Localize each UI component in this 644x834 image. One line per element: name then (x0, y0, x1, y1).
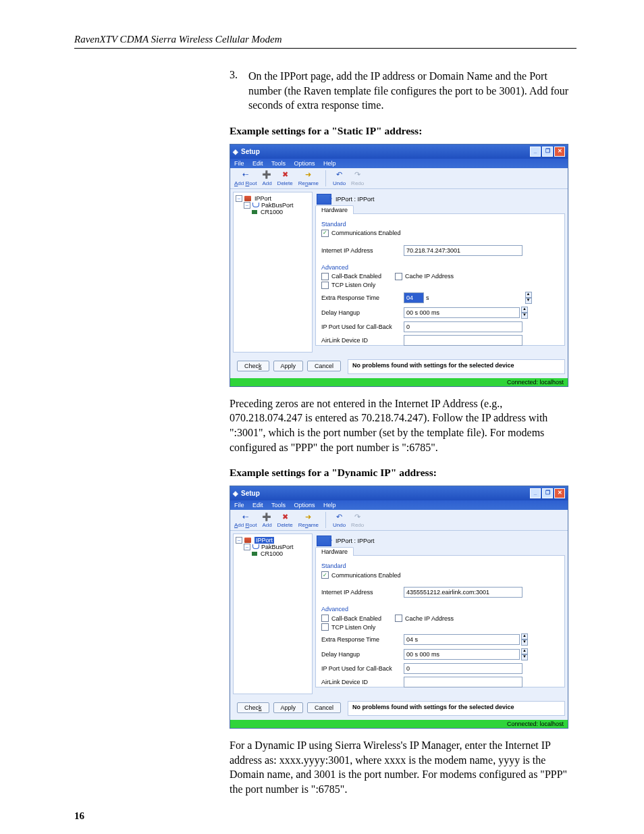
tcplisten-checkbox[interactable] (321, 282, 329, 289)
apply-button[interactable]: Apply (273, 361, 304, 371)
cancel-button[interactable]: Cancel (307, 702, 341, 713)
spinner[interactable]: ▲▼ (521, 633, 528, 646)
ipport-icon (244, 538, 251, 543)
addroot-button[interactable]: ⇠Add Root (234, 170, 257, 186)
undo-button[interactable]: ↶Undo (333, 512, 346, 528)
form-panel: Standard Communications Enabled Internet… (315, 213, 565, 346)
device-icon (317, 536, 331, 546)
comm-enabled-checkbox[interactable] (321, 230, 329, 237)
minimize-button[interactable]: _ (530, 147, 541, 157)
device-tree[interactable]: –IPPort –PakBusPort CR1000 (233, 192, 313, 353)
section-standard: Standard (321, 221, 559, 228)
airlink-input[interactable] (404, 335, 522, 346)
menu-edit[interactable]: Edit (252, 502, 263, 509)
menu-tools[interactable]: Tools (271, 502, 286, 509)
list-number: 3. (230, 69, 248, 113)
ip-input[interactable]: 4355551212.eairlink.com:3001 (404, 587, 522, 598)
airlink-label: AirLink Device ID (321, 337, 404, 344)
check-button[interactable]: Check (237, 702, 269, 713)
menubar: File Edit Tools Options Help (230, 500, 568, 510)
static-ip-heading: Example settings for a "Static IP" addre… (230, 125, 576, 137)
check-button[interactable]: Check (237, 361, 269, 371)
toolbar: ⇠Add Root ➕Add ✖Delete ➜Rename ↶Undo ↷Re… (230, 168, 568, 189)
menu-file[interactable]: File (234, 502, 244, 509)
titlebar: ◈ Setup _ ❐ ✕ (230, 486, 568, 500)
menu-options[interactable]: Options (294, 160, 315, 167)
menu-options[interactable]: Options (294, 502, 315, 509)
spinner[interactable]: ▲▼ (521, 307, 528, 319)
callback-checkbox[interactable] (321, 615, 329, 622)
pakbus-icon (252, 203, 259, 208)
delete-button[interactable]: ✖Delete (277, 512, 293, 528)
pakbus-icon (252, 544, 259, 550)
cancel-button[interactable]: Cancel (307, 361, 341, 371)
extra-resp-label: Extra Response Time (321, 636, 404, 643)
section-advanced: Advanced (321, 606, 559, 613)
titlebar: ◈ Setup _ ❐ ✕ (230, 145, 568, 159)
ip-label: Internet IP Address (321, 589, 404, 596)
tab-hardware[interactable]: Hardware (315, 205, 354, 214)
menu-tools[interactable]: Tools (271, 160, 286, 167)
cacheip-checkbox[interactable] (395, 273, 402, 280)
tcplisten-checkbox[interactable] (321, 623, 329, 631)
spinner[interactable]: ▲▼ (521, 648, 528, 660)
page-number: 16 (74, 810, 576, 822)
add-icon: ➕ (262, 512, 271, 521)
redo-icon: ↷ (353, 170, 363, 180)
undo-button[interactable]: ↶Undo (333, 170, 346, 186)
menu-help[interactable]: Help (323, 160, 336, 167)
delete-icon: ✖ (280, 512, 290, 521)
status-message: No problems found with settings for the … (348, 359, 565, 374)
breadcrumb: IPPort : IPPort (336, 196, 375, 203)
add-button[interactable]: ➕Add (262, 170, 271, 186)
airlink-input[interactable] (404, 677, 522, 687)
apply-button[interactable]: Apply (273, 702, 304, 713)
redo-icon: ↷ (353, 512, 363, 521)
maximize-button[interactable]: ❐ (542, 147, 553, 157)
menu-help[interactable]: Help (323, 502, 336, 509)
redo-button: ↷Redo (351, 512, 364, 528)
extra-resp-input[interactable]: 04 (404, 292, 424, 303)
delay-input[interactable]: 00 s 000 ms (404, 307, 520, 318)
rename-button[interactable]: ➜Rename (298, 170, 319, 186)
ipport-cb-input[interactable]: 0 (404, 663, 522, 674)
form-panel: Standard Communications Enabled Internet… (315, 555, 565, 687)
app-icon: ◈ (233, 490, 238, 497)
delay-label: Delay Hangup (321, 309, 404, 316)
window-title: Setup (241, 490, 260, 497)
menu-edit[interactable]: Edit (252, 160, 263, 167)
list-item-3: 3. On the IPPort page, add the IP addres… (230, 69, 576, 113)
cacheip-checkbox[interactable] (395, 615, 402, 622)
delay-label: Delay Hangup (321, 651, 404, 658)
statusbar: Connected: localhost (230, 720, 568, 728)
device-tree[interactable]: –IPPort –PakBusPort CR1000 (233, 533, 313, 694)
statusbar: Connected: localhost (230, 378, 568, 386)
rename-icon: ➜ (304, 512, 313, 521)
rename-button[interactable]: ➜Rename (298, 512, 319, 528)
paragraph-static: Preceding zeros are not entered in the I… (230, 396, 576, 454)
tab-hardware[interactable]: Hardware (315, 547, 354, 556)
add-icon: ➕ (262, 170, 271, 180)
close-button[interactable]: ✕ (554, 147, 565, 157)
delay-input[interactable]: 00 s 000 ms (404, 649, 520, 660)
add-button[interactable]: ➕Add (262, 512, 271, 528)
ipport-cb-input[interactable]: 0 (404, 321, 522, 332)
ipport-cb-label: IP Port Used for Call-Back (321, 665, 404, 672)
paragraph-dynamic: For a Dynamic IP using Sierra Wireless's… (230, 738, 576, 796)
ip-input[interactable]: 70.218.74.247:3001 (404, 245, 522, 256)
device-icon (317, 194, 331, 205)
callback-checkbox[interactable] (321, 273, 329, 280)
ip-label: Internet IP Address (321, 247, 404, 254)
close-button[interactable]: ✕ (554, 488, 565, 498)
menu-file[interactable]: File (234, 160, 244, 167)
spinner[interactable]: ▲▼ (525, 292, 532, 304)
comm-enabled-checkbox[interactable] (321, 571, 329, 579)
maximize-button[interactable]: ❐ (542, 488, 553, 498)
menubar: File Edit Tools Options Help (230, 159, 568, 168)
extra-resp-input[interactable]: 04 s (404, 634, 520, 645)
redo-button: ↷Redo (351, 170, 364, 186)
delete-button[interactable]: ✖Delete (277, 170, 293, 186)
addroot-button[interactable]: ⇠Add Root (234, 512, 257, 528)
minimize-button[interactable]: _ (530, 488, 541, 498)
airlink-label: AirLink Device ID (321, 679, 404, 685)
